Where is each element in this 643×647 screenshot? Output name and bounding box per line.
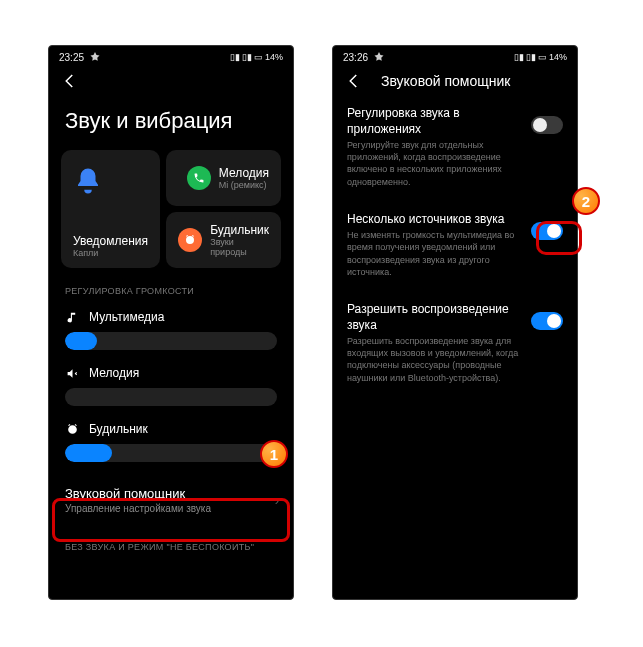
setting-multi-source[interactable]: Несколько источников звука Не изменять г… xyxy=(333,200,577,290)
toggle-allow-playback[interactable] xyxy=(531,312,563,330)
tile-alarm[interactable]: Будильник Звуки природы xyxy=(166,212,281,268)
battery-percent: 14% xyxy=(265,52,283,62)
status-bar: 23:26 ▯▮ ▯▮ ▭ 14% xyxy=(333,46,577,66)
tile-notifications[interactable]: Уведомления Капли xyxy=(61,150,160,268)
setting-title: Регулировка звука в приложениях xyxy=(347,106,521,137)
toggle-multi-source[interactable] xyxy=(531,222,563,240)
battery-percent: 14% xyxy=(549,52,567,62)
bell-icon xyxy=(73,166,103,200)
signal-icon: ▯▮ xyxy=(230,52,240,62)
header-bar: Звуковой помощник xyxy=(333,66,577,94)
alarm-small-icon xyxy=(65,422,79,436)
phone-icon xyxy=(187,166,211,190)
tile-sub: Капли xyxy=(73,248,148,258)
setting-app-volume[interactable]: Регулировка звука в приложениях Регулиру… xyxy=(333,94,577,200)
section-volume: РЕГУЛИРОВКА ГРОМКОСТИ xyxy=(49,268,293,304)
sound-tiles: Уведомления Капли Мелодия Mi (ремикс) Бу… xyxy=(49,150,293,268)
tile-label: Будильник xyxy=(210,223,269,237)
slider-label: Будильник xyxy=(89,422,148,436)
setting-title: Разрешить воспроизведение звука xyxy=(347,302,521,333)
tile-label: Мелодия xyxy=(219,166,269,180)
mute-icon xyxy=(65,366,79,380)
tile-label: Уведомления xyxy=(73,234,148,248)
music-icon xyxy=(65,310,79,324)
slider-media[interactable]: Мультимедиа xyxy=(49,304,293,360)
slider-track[interactable] xyxy=(65,444,277,462)
status-icon xyxy=(372,50,386,64)
page-title: Звук и вибрация xyxy=(49,94,293,150)
header-title: Звуковой помощник xyxy=(381,73,510,89)
chevron-right-icon: › xyxy=(275,493,279,508)
status-icon xyxy=(88,50,102,64)
setting-desc: Не изменять громкость мультимедиа во вре… xyxy=(347,229,521,278)
phone-sound-assistant: 23:26 ▯▮ ▯▮ ▭ 14% Звуковой помощник Регу… xyxy=(332,45,578,600)
back-icon[interactable] xyxy=(61,72,79,90)
slider-track[interactable] xyxy=(65,332,277,350)
toggle-app-volume[interactable] xyxy=(531,116,563,134)
phone-sound-vibration: 23:25 ▯▮ ▯▮ ▭ 14% Звук и вибрация Уведом… xyxy=(48,45,294,600)
status-bar: 23:25 ▯▮ ▯▮ ▭ 14% xyxy=(49,46,293,66)
slider-alarm[interactable]: Будильник xyxy=(49,416,293,472)
badge-2: 2 xyxy=(572,187,600,215)
tile-ringtone[interactable]: Мелодия Mi (ремикс) xyxy=(166,150,281,206)
slider-ringtone[interactable]: Мелодия xyxy=(49,360,293,416)
signal-icon: ▯▮ xyxy=(526,52,536,62)
status-time: 23:25 xyxy=(59,52,84,63)
header-bar xyxy=(49,66,293,94)
signal-icon: ▯▮ xyxy=(514,52,524,62)
tile-sub: Звуки природы xyxy=(210,237,269,257)
setting-allow-playback[interactable]: Разрешить воспроизведение звука Разрешит… xyxy=(333,290,577,396)
slider-label: Мультимедиа xyxy=(89,310,164,324)
battery-icon: ▭ xyxy=(254,52,263,62)
section-dnd: БЕЗ ЗВУКА И РЕЖИМ "НЕ БЕСПОКОИТЬ" xyxy=(49,524,293,560)
setting-desc: Регулируйте звук для отдельных приложени… xyxy=(347,139,521,188)
alarm-icon xyxy=(178,228,202,252)
setting-title: Несколько источников звука xyxy=(347,212,521,228)
badge-1: 1 xyxy=(260,440,288,468)
tile-sub: Mi (ремикс) xyxy=(219,180,269,190)
slider-label: Мелодия xyxy=(89,366,139,380)
status-time: 23:26 xyxy=(343,52,368,63)
battery-icon: ▭ xyxy=(538,52,547,62)
signal-icon: ▯▮ xyxy=(242,52,252,62)
slider-track[interactable] xyxy=(65,388,277,406)
item-title: Звуковой помощник xyxy=(65,486,277,501)
sound-assistant-item[interactable]: Звуковой помощник Управление настройками… xyxy=(49,476,293,524)
item-sub: Управление настройками звука xyxy=(65,503,277,514)
setting-desc: Разрешить воспроизведение звука для вход… xyxy=(347,335,521,384)
back-icon[interactable] xyxy=(345,72,363,90)
